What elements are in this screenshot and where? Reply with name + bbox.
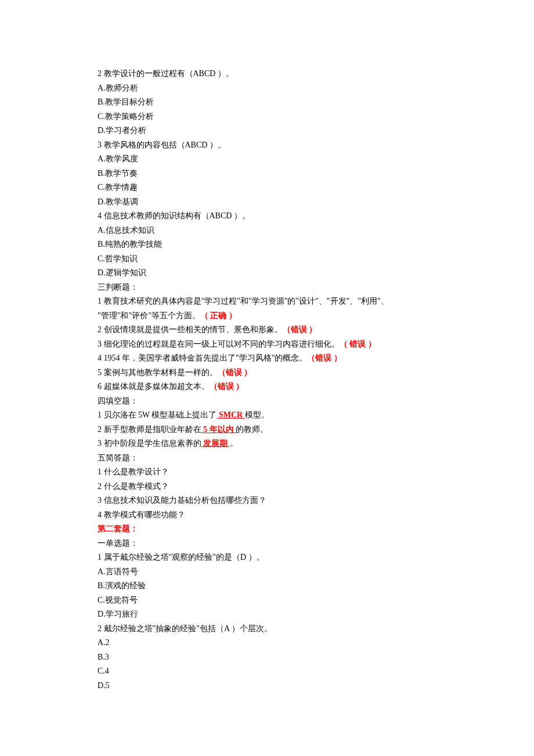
body-text: 3 初中阶段是学生信息素养的 (98, 439, 201, 448)
text-line: 3 细化理论的过程就是在同一级上可以对不同的学习内容进行细化。（ 错误 ） (98, 337, 441, 352)
body-text: A.信息技术知识 (98, 226, 154, 235)
text-line: A.2 (98, 636, 441, 650)
text-line: D.学习者分析 (98, 124, 441, 138)
highlighted-text: （错误 ） (218, 368, 252, 377)
text-line: 三判断题： (98, 280, 441, 295)
body-text: 1 贝尔洛在 5W 模型基础上提出了 (98, 411, 217, 419)
body-text: B.3 (98, 653, 109, 661)
body-text: 的教师。 (236, 425, 268, 434)
body-text: 2 新手型教师是指职业年龄在 (98, 425, 201, 434)
text-line: "管理"和"评价"等五个方面。（ 正确 ） (98, 309, 441, 323)
body-text: D.逻辑学知识 (98, 268, 146, 277)
highlighted-text: （错误 ） (307, 354, 342, 362)
text-line: B.演戏的经验 (98, 579, 441, 593)
text-line: 1 什么是教学设计？ (98, 465, 441, 480)
body-text: D.学习者分析 (98, 126, 146, 135)
document-body: 2 教学设计的一般过程有（ABCD ）。A.教师分析B.教学目标分析C.教学策略… (0, 0, 534, 728)
body-text: B.纯熟的教学技能 (98, 240, 162, 249)
body-text: C.视觉符号 (98, 596, 138, 604)
highlighted-text: （ 错误 ） (340, 340, 376, 348)
body-text: C.教学策略分析 (98, 112, 154, 121)
body-text: 6 超媒体就是多媒体加超文本。 (98, 382, 210, 391)
body-text: 模型。 (245, 411, 269, 419)
body-text: 4 1954 年，美国学者威特金首先提出了"学习风格"的概念。 (98, 354, 307, 362)
body-text: 2 创设情境就是提供一些相关的情节、景色和形象。 (98, 325, 283, 334)
text-line: 四填空题： (98, 394, 441, 409)
text-line: D.学习旅行 (98, 607, 441, 622)
body-text: 3 细化理论的过程就是在同一级上可以对不同的学习内容进行细化。 (98, 340, 340, 348)
body-text: 5 案例与其他教学材料是一样的。 (98, 368, 218, 377)
highlighted-text: 发展期 (201, 439, 230, 448)
body-text: 五简答题： (98, 453, 138, 462)
text-line: 6 超媒体就是多媒体加超文本。（错误 ） (98, 380, 441, 394)
text-line: 一单选题： (98, 537, 441, 551)
body-text: 一单选题： (98, 539, 138, 548)
text-line: 2 教学设计的一般过程有（ABCD ）。 (98, 67, 441, 81)
text-line: A.教师分析 (98, 81, 441, 96)
text-line: 3 初中阶段是学生信息素养的 发展期 。 (98, 437, 441, 451)
body-text: 2 什么是教学模式？ (98, 482, 169, 491)
text-line: D.5 (98, 679, 441, 693)
body-text: 4 教学模式有哪些功能？ (98, 510, 185, 519)
body-text: C.哲学知识 (98, 254, 138, 263)
text-line: 1 教育技术研究的具体内容是"学习过程"和"学习资源"的"设计"、"开发"、"利… (98, 294, 441, 309)
text-line: B.纯熟的教学技能 (98, 237, 441, 252)
body-text: D.教学基调 (98, 197, 138, 206)
body-text: D.学习旅行 (98, 610, 138, 618)
text-line: 5 案例与其他教学材料是一样的。（错误 ） (98, 366, 441, 380)
body-text: 2 教学设计的一般过程有（ABCD ）。 (98, 69, 234, 78)
text-line: 五简答题： (98, 451, 441, 466)
text-line: A.信息技术知识 (98, 224, 441, 238)
body-text: 3 教学风格的内容包括（ABCD ）。 (98, 141, 226, 149)
body-text: 1 什么是教学设计？ (98, 467, 169, 476)
text-line: C.4 (98, 664, 441, 679)
text-line: 1 贝尔洛在 5W 模型基础上提出了 SMCR 模型。 (98, 408, 441, 423)
text-line: B.教学节奏 (98, 167, 441, 181)
text-line: B.3 (98, 650, 441, 665)
highlighted-text: 5 年以内 (201, 425, 236, 434)
highlighted-text: （错误 ） (283, 325, 317, 334)
text-line: 3 信息技术知识及能力基础分析包括哪些方面？ (98, 494, 441, 508)
body-text: D.5 (98, 681, 110, 690)
body-text: 四填空题： (98, 397, 138, 405)
text-line: C.教学情趣 (98, 181, 441, 195)
body-text: 1 属于戴尔经验之塔"观察的经验"的是（D ）。 (98, 553, 265, 561)
text-line: 2 戴尔经验之塔"抽象的经验"包括（A ）个层次。 (98, 622, 441, 636)
highlighted-text: （错误 ） (210, 382, 244, 391)
body-text: 2 戴尔经验之塔"抽象的经验"包括（A ）个层次。 (98, 624, 272, 633)
body-text: C.4 (98, 667, 109, 675)
text-line: 1 属于戴尔经验之塔"观察的经验"的是（D ）。 (98, 550, 441, 565)
body-text: 4 信息技术教师的知识结构有（ABCD ）。 (98, 211, 250, 220)
text-line: A.言语符号 (98, 565, 441, 579)
body-text: A.教师分析 (98, 84, 138, 92)
body-text: C.教学情趣 (98, 183, 138, 192)
highlighted-text: 第二套题： (98, 524, 138, 533)
text-line: C.教学策略分析 (98, 110, 441, 124)
highlighted-text: SMCR (217, 411, 244, 419)
body-text: A.教学风度 (98, 154, 138, 163)
highlighted-text: （ 正确 ） (200, 311, 237, 320)
body-text: 1 教育技术研究的具体内容是"学习过程"和"学习资源"的"设计"、"开发"、"利… (98, 297, 389, 305)
text-line: 4 1954 年，美国学者威特金首先提出了"学习风格"的概念。（错误 ） (98, 351, 441, 366)
text-line: 第二套题： (98, 522, 441, 537)
text-line: D.逻辑学知识 (98, 266, 441, 280)
body-text: B.演戏的经验 (98, 581, 146, 590)
text-line: C.哲学知识 (98, 252, 441, 267)
text-line: 4 信息技术教师的知识结构有（ABCD ）。 (98, 209, 441, 224)
body-text: 3 信息技术知识及能力基础分析包括哪些方面？ (98, 496, 266, 505)
body-text: B.教学目标分析 (98, 98, 154, 106)
text-line: 3 教学风格的内容包括（ABCD ）。 (98, 138, 441, 153)
text-line: A.教学风度 (98, 152, 441, 167)
body-text: B.教学节奏 (98, 169, 138, 178)
text-line: 2 新手型教师是指职业年龄在 5 年以内 的教师。 (98, 423, 441, 437)
text-line: 2 创设情境就是提供一些相关的情节、景色和形象。（错误 ） (98, 323, 441, 337)
text-line: B.教学目标分析 (98, 95, 441, 110)
body-text: "管理"和"评价"等五个方面。 (98, 311, 200, 320)
text-line: C.视觉符号 (98, 593, 441, 608)
body-text: A.言语符号 (98, 567, 138, 576)
text-line: 4 教学模式有哪些功能？ (98, 508, 441, 523)
body-text: A.2 (98, 638, 110, 647)
body-text: 三判断题： (98, 283, 138, 291)
body-text: 。 (230, 439, 238, 448)
text-line: D.教学基调 (98, 195, 441, 210)
